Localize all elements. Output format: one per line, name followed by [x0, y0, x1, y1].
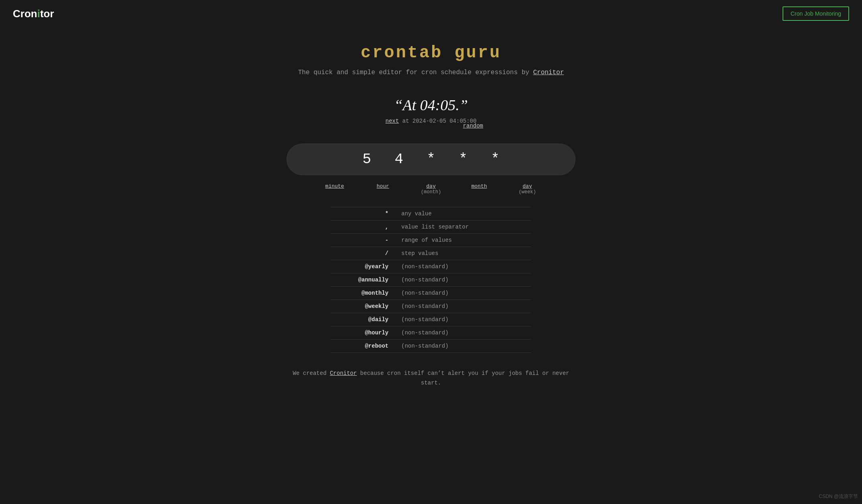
minute-field[interactable]: [355, 151, 379, 168]
bottom-text-1: We created: [293, 370, 327, 376]
description-cell: (non-standard): [395, 287, 531, 300]
cron-fields-row: [355, 151, 507, 168]
table-row: , value list separator: [331, 221, 531, 234]
field-label-minute: minute: [311, 183, 359, 195]
bottom-cronitor-link[interactable]: Cronitor: [330, 370, 357, 376]
table-row: @weekly (non-standard): [331, 300, 531, 313]
month-field[interactable]: [451, 151, 475, 168]
description-cell: (non-standard): [395, 326, 531, 340]
logo: Cronitor: [13, 8, 54, 20]
field-labels: minute hour day (month) month day (week): [287, 183, 575, 195]
subtitle: The quick and simple editor for cron sch…: [298, 69, 564, 76]
symbol-cell: @hourly: [331, 326, 395, 340]
table-row: @annually (non-standard): [331, 273, 531, 287]
description-cell: (non-standard): [395, 340, 531, 353]
expression-display: “At 04:05.”: [394, 96, 468, 114]
next-link[interactable]: next: [386, 118, 399, 124]
table-row: - range of values: [331, 234, 531, 247]
symbol-cell: @daily: [331, 313, 395, 326]
symbol-cell: @annually: [331, 273, 395, 287]
day-week-field[interactable]: [483, 151, 507, 168]
description-cell: (non-standard): [395, 273, 531, 287]
description-cell: step values: [395, 247, 531, 260]
reference-table: * any value , value list separator - ran…: [331, 207, 531, 353]
field-label-hour-link[interactable]: hour: [376, 183, 389, 189]
field-label-day-month: day (month): [407, 183, 455, 195]
table-row: @reboot (non-standard): [331, 340, 531, 353]
symbol-cell: ,: [331, 221, 395, 234]
watermark: CSDN @流浪字节: [819, 493, 858, 500]
description-cell: value list separator: [395, 221, 531, 234]
description-cell: any value: [395, 207, 531, 221]
symbol-cell: @yearly: [331, 260, 395, 273]
description-cell: (non-standard): [395, 313, 531, 326]
description-cell: (non-standard): [395, 260, 531, 273]
symbol-cell: @reboot: [331, 340, 395, 353]
symbol-cell: @monthly: [331, 287, 395, 300]
field-label-minute-link[interactable]: minute: [325, 183, 344, 189]
table-row: * any value: [331, 207, 531, 221]
table-row: @yearly (non-standard): [331, 260, 531, 273]
logo-text: Cronitor: [13, 8, 54, 20]
day-month-field[interactable]: [419, 151, 443, 168]
next-run-row: next at 2024-02-05 04:05:00 random: [291, 118, 571, 134]
cron-job-monitoring-button[interactable]: Cron Job Monitoring: [783, 6, 849, 21]
field-label-month-link[interactable]: month: [471, 183, 487, 189]
cronitor-link[interactable]: Cronitor: [533, 69, 564, 76]
field-label-month: month: [455, 183, 503, 195]
bottom-text: We created Cronitor because cron itself …: [291, 369, 571, 388]
description-cell: (non-standard): [395, 300, 531, 313]
symbol-cell: *: [331, 207, 395, 221]
field-label-day-month-link[interactable]: day: [426, 183, 435, 189]
symbol-cell: @weekly: [331, 300, 395, 313]
cron-input-bar: [287, 144, 575, 175]
field-label-hour: hour: [359, 183, 407, 195]
main-content: crontab guru The quick and simple editor…: [0, 27, 862, 404]
description-cell: range of values: [395, 234, 531, 247]
table-row: @monthly (non-standard): [331, 287, 531, 300]
field-label-day-week-link[interactable]: day: [522, 183, 532, 189]
header: Cronitor Cron Job Monitoring: [0, 0, 862, 27]
hour-field[interactable]: [387, 151, 411, 168]
symbol-cell: -: [331, 234, 395, 247]
subtitle-text: The quick and simple editor for cron sch…: [298, 69, 529, 76]
page-title: crontab guru: [361, 43, 501, 63]
bottom-text-3: because cron itself can’t alert you if y…: [360, 370, 569, 386]
random-link[interactable]: random: [463, 123, 483, 129]
table-row: @hourly (non-standard): [331, 326, 531, 340]
table-row: / step values: [331, 247, 531, 260]
symbol-cell: /: [331, 247, 395, 260]
field-label-day-month-sub: (month): [407, 189, 455, 195]
table-row: @daily (non-standard): [331, 313, 531, 326]
field-label-day-week: day (week): [503, 183, 551, 195]
field-label-day-week-sub: (week): [503, 189, 551, 195]
